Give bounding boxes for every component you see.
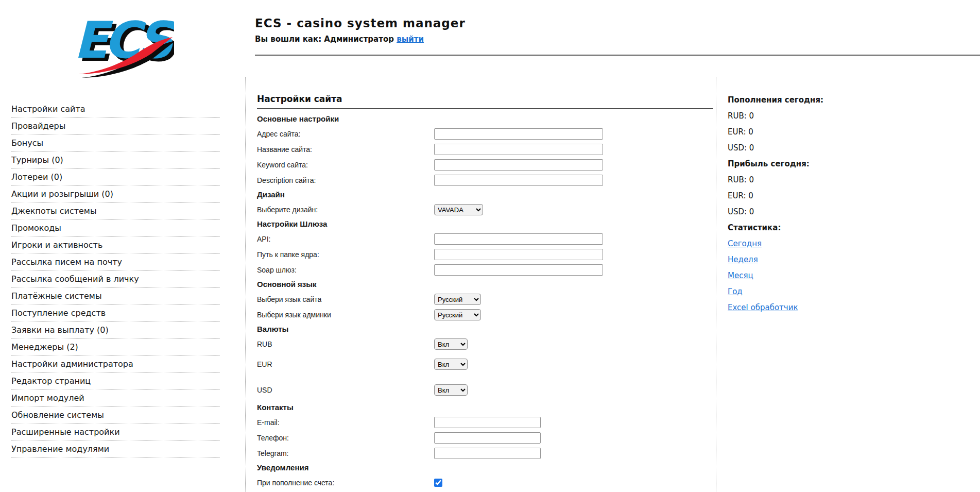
site-keyword-input[interactable] — [434, 159, 603, 171]
deposits-today-title: Пополнения сегодня: — [728, 92, 949, 108]
phone-input[interactable] — [434, 432, 541, 444]
api-input[interactable] — [434, 233, 603, 245]
form-section-gateway-settings: Настройки Шлюза — [257, 219, 713, 229]
sidebar-item-players-activity[interactable]: Игроки и активность — [11, 237, 220, 254]
sidebar-item-bonuses[interactable]: Бонусы — [11, 135, 220, 152]
sidebar-item-payment-systems[interactable]: Платёжные системы — [11, 288, 220, 305]
form-row-deposit-notification: При пополнение счета: — [257, 477, 713, 488]
form-row-eur: EURВкл — [257, 359, 713, 370]
sidebar-item-advanced-settings[interactable]: Расширенные настройки — [11, 424, 220, 441]
sidebar-item-module-import[interactable]: Импорт модулей — [11, 390, 220, 407]
sidebar-item-module-management[interactable]: Управление модулями — [11, 441, 220, 458]
sidebar-item-incoming-funds[interactable]: Поступление средств — [11, 305, 220, 322]
site-address-input[interactable] — [434, 128, 603, 140]
telegram-input[interactable] — [434, 448, 541, 459]
sidebar-item-providers[interactable]: Провайдеры — [11, 118, 220, 135]
deposit-line-1: EUR: 0 — [728, 124, 949, 140]
sidebar: Настройки сайтаПровайдерыБонусыТурниры (… — [11, 101, 220, 458]
field-label-site-language: Выбери язык сайта — [257, 295, 434, 303]
form-section-notifications: Уведомления — [257, 463, 713, 472]
stat-link-excel[interactable]: Excel обработчик — [728, 303, 798, 312]
field-label-rub: RUB — [257, 340, 434, 348]
form-row-api: API: — [257, 233, 713, 245]
header: ECS - casino system manager Вы вошли как… — [255, 16, 466, 44]
form-row-telegram: Telegram: — [257, 448, 713, 459]
field-label-site-name: Название сайта: — [257, 145, 434, 154]
sidebar-item-email-mailing[interactable]: Рассылка писем на почту — [11, 254, 220, 271]
field-label-site-description: Description сайта: — [257, 176, 434, 184]
sidebar-item-payout-requests[interactable]: Заявки на выплату (0) — [11, 322, 220, 339]
form-row-site-name: Название сайта: — [257, 144, 713, 155]
sidebar-main-divider — [245, 77, 246, 492]
stat-link-today[interactable]: Сегодня — [728, 239, 762, 248]
sidebar-item-promotions[interactable]: Акции и розыгрыши (0) — [11, 186, 220, 203]
sidebar-item-page-editor[interactable]: Редактор страниц — [11, 373, 220, 390]
field-label-telegram: Telegram: — [257, 449, 434, 457]
form-row-admin-language: Выбери язык админкиРусский — [257, 309, 713, 320]
main-stats-divider — [716, 77, 716, 492]
login-label: Вы вошли как: Администратор — [255, 35, 394, 44]
field-label-site-keyword: Keyword сайта: — [257, 161, 434, 169]
sidebar-item-jackpots[interactable]: Джекпоты системы — [11, 203, 220, 220]
settings-form: Основные настройкиАдрес сайта:Название с… — [257, 114, 713, 488]
site-name-input[interactable] — [434, 144, 603, 155]
usd-select[interactable]: Вкл — [434, 384, 468, 396]
rub-select[interactable]: Вкл — [434, 338, 468, 350]
sidebar-item-lotteries[interactable]: Лотереи (0) — [11, 169, 220, 186]
stat-link-week[interactable]: Неделя — [728, 255, 758, 264]
field-label-admin-language: Выбери язык админки — [257, 311, 434, 319]
logout-link[interactable]: выйти — [397, 35, 424, 44]
deposit-line-0: RUB: 0 — [728, 108, 949, 124]
stat-link-year[interactable]: Год — [728, 287, 743, 296]
field-label-core-path: Путь к папке ядра: — [257, 250, 434, 259]
design-select-select[interactable]: VAVADA — [434, 204, 483, 215]
form-row-site-language: Выбери язык сайтаРусский — [257, 294, 713, 305]
stat-link-row-today: Сегодня — [728, 236, 949, 252]
stat-link-month[interactable]: Месяц — [728, 271, 753, 280]
field-label-api: API: — [257, 235, 434, 243]
email-input[interactable] — [434, 417, 541, 428]
site-description-input[interactable] — [434, 175, 603, 186]
stat-link-row-year: Год — [728, 284, 949, 300]
admin-language-select[interactable]: Русский — [434, 309, 481, 320]
sidebar-item-promocodes[interactable]: Промокоды — [11, 220, 220, 237]
form-section-currencies: Валюты — [257, 325, 713, 334]
eur-select[interactable]: Вкл — [434, 359, 468, 370]
field-label-email: E-mail: — [257, 418, 434, 427]
form-row-core-path: Путь к папке ядра: — [257, 249, 713, 260]
sidebar-item-site-settings[interactable]: Настройки сайта — [11, 101, 220, 118]
form-row-design-select: Выберите дизайн:VAVADA — [257, 204, 713, 215]
ecs-logo: ECS ECS — [71, 10, 174, 80]
form-row-rub: RUBВкл — [257, 338, 713, 350]
sidebar-item-system-update[interactable]: Обновление системы — [11, 407, 220, 424]
logo-text-svg: ECS — [74, 11, 174, 70]
core-path-input[interactable] — [434, 249, 603, 260]
sidebar-item-managers[interactable]: Менеджеры (2) — [11, 339, 220, 356]
section-title: Настройки сайта — [257, 94, 713, 104]
soap-gateway-input[interactable] — [434, 264, 603, 276]
form-row-site-keyword: Keyword сайта: — [257, 159, 713, 171]
site-language-select[interactable]: Русский — [434, 294, 481, 305]
field-label-phone: Телефон: — [257, 434, 434, 442]
profit-line-0: RUB: 0 — [728, 172, 949, 188]
form-row-site-description: Description сайта: — [257, 175, 713, 186]
field-label-site-address: Адрес сайта: — [257, 130, 434, 138]
page: ECS ECS ECS - casino system manager Вы в… — [0, 0, 980, 492]
field-label-soap-gateway: Soap шлюз: — [257, 266, 434, 274]
stat-link-row-week: Неделя — [728, 252, 949, 268]
sidebar-item-pm-mailing[interactable]: Рассылка сообщений в личку — [11, 271, 220, 288]
form-section-main-settings: Основные настройки — [257, 114, 713, 124]
field-label-design-select: Выберите дизайн: — [257, 206, 434, 214]
form-row-usd: USDВкл — [257, 384, 713, 396]
field-label-deposit-notification: При пополнение счета: — [257, 479, 434, 487]
form-section-contacts: Контакты — [257, 403, 713, 412]
sidebar-item-tournaments[interactable]: Турниры (0) — [11, 152, 220, 169]
stats-panel: Пополнения сегодня: RUB: 0EUR: 0USD: 0 П… — [728, 92, 949, 316]
section-title-divider — [257, 108, 713, 109]
deposit-notification-checkbox[interactable] — [434, 479, 442, 487]
form-row-site-address: Адрес сайта: — [257, 128, 713, 140]
profit-today-list: RUB: 0EUR: 0USD: 0 — [728, 172, 949, 220]
sidebar-item-admin-settings[interactable]: Настройки администратора — [11, 356, 220, 373]
deposits-today-list: RUB: 0EUR: 0USD: 0 — [728, 108, 949, 156]
profit-line-1: EUR: 0 — [728, 188, 949, 204]
